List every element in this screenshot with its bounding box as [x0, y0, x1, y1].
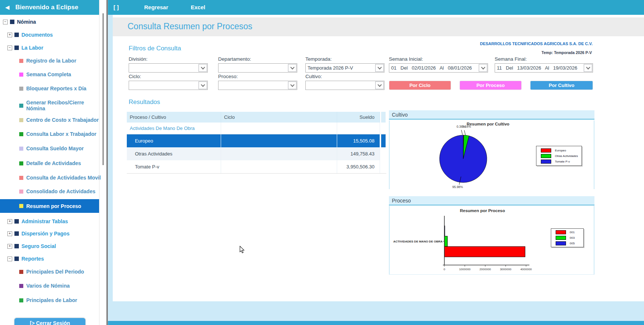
sidebar-item-label: Centro de Costo x Trabajador: [26, 117, 99, 123]
sidebar-item-principales-del-periodo[interactable]: Principales Del Periodo: [0, 268, 99, 276]
chevron-down-icon: [288, 64, 296, 72]
departamento-select[interactable]: [218, 63, 297, 73]
sidebar-item-label: Dispersión y Pagos: [21, 231, 70, 237]
pie-legend: EuropeoOtras ActividadesTomate P-v: [536, 146, 582, 166]
por-ciclo-button[interactable]: Por Ciclo: [389, 81, 451, 90]
item-bullet-icon: [19, 284, 23, 288]
sidebar-item-principales-de-labor[interactable]: Principales de Labor: [0, 296, 99, 304]
sidebar-item-seguro-social[interactable]: +Seguro Social: [0, 242, 99, 250]
window-brackets-button[interactable]: [ ]: [113, 4, 119, 10]
page-title: Consulta Resumen por Procesos: [128, 21, 252, 31]
item-bullet-icon: [19, 147, 23, 151]
sidebar-item-varios-de-n-mina[interactable]: Varios de Nómina: [0, 282, 99, 290]
temporada-caption: Temp: Temporada 2026 P-V: [444, 50, 592, 55]
cell-ciclo: [221, 123, 337, 134]
proceso-panel-title: Proceso: [392, 198, 411, 204]
chevron-down-icon: [375, 81, 384, 89]
sidebar-item-label: Administrar Tablas: [21, 218, 68, 224]
x-tick-label: 3000000: [500, 268, 512, 271]
sidebar-item-registro-de-la-labor[interactable]: Registro de la Labor: [0, 57, 99, 65]
legend-item: 005: [556, 241, 583, 245]
semana-inicial-select[interactable]: 01 Del 02/01/2026 Al 08/01/2026: [389, 63, 488, 73]
sidebar-item-bloquear-reportes-x-d-a[interactable]: Bloquear Reportes x Día: [0, 84, 99, 93]
sidebar-item-label: Consolidado de Actividades: [26, 188, 95, 194]
collapse-minus-icon[interactable]: −: [3, 20, 8, 24]
item-bullet-icon: [19, 190, 23, 194]
sidebar-item-consulta-labor-x-trabajador[interactable]: Consulta Labor x Trabajador: [0, 130, 99, 138]
table-filler: [381, 112, 386, 123]
item-bullet-icon: [19, 59, 23, 63]
folder-square-icon: [10, 20, 14, 24]
ciclo-select[interactable]: [129, 81, 208, 90]
por-proceso-button[interactable]: Por Proceso: [460, 81, 522, 90]
legend-label: Tomate P-v: [555, 160, 570, 163]
sidebar-item-documentos[interactable]: +Documentos: [0, 31, 99, 39]
sidebar-item-reportes[interactable]: −Reportes: [0, 255, 99, 263]
legend-item: 001: [556, 230, 583, 234]
expand-plus-icon[interactable]: +: [7, 33, 12, 37]
por-cultivo-button[interactable]: Por Cultivo: [530, 81, 593, 90]
sidebar: ◀ Bienvenido a Eclipse −Nómina+Documento…: [0, 0, 99, 325]
expand-plus-icon[interactable]: +: [7, 231, 12, 236]
filters-heading: Filtros de Consulta: [129, 45, 181, 52]
sidebar-item-label: Principales Del Periodo: [26, 269, 84, 275]
sidebar-item-centro-de-costo-x-trabajador[interactable]: Centro de Costo x Trabajador: [0, 116, 99, 124]
cell-sueldo: 3,950,506.30: [337, 160, 380, 173]
chevron-down-icon: [288, 81, 296, 89]
division-select[interactable]: [129, 63, 208, 73]
cell-sueldo: 149,758.43: [337, 147, 380, 160]
collapse-minus-icon[interactable]: −: [7, 257, 12, 261]
pie-percent-label: 3.64%: [462, 125, 471, 128]
sidebar-item-resumen-por-proceso[interactable]: Resumen por Proceso: [0, 199, 99, 213]
expand-plus-icon[interactable]: +: [7, 219, 12, 224]
cultivo-select[interactable]: [305, 81, 384, 90]
table-filler: [381, 160, 386, 173]
semana-final-num: 11: [497, 65, 502, 71]
semana-inicial-label: Semana Inicial:: [389, 56, 423, 62]
column-header: Sueldo: [337, 112, 380, 123]
table-row[interactable]: Europeo15,505.08: [127, 134, 386, 147]
sidebar-item-dispersi-n-y-pagos[interactable]: +Dispersión y Pagos: [0, 229, 99, 238]
table-row[interactable]: Otras Actividades149,758.43: [127, 147, 386, 160]
sidebar-item-label: Consulta Sueldo Mayor: [26, 145, 84, 151]
sidebar-item-label: Nómina: [17, 19, 36, 25]
sidebar-item-n-mina[interactable]: −Nómina: [0, 18, 99, 26]
sidebar-item-consolidado-de-actividades[interactable]: Consolidado de Actividades: [0, 187, 99, 195]
sidebar-item-semana-completa[interactable]: Semana Completa: [0, 70, 99, 78]
legend-label: 003: [570, 236, 574, 239]
sidebar-item-generar-recibos-cierre-n-mina[interactable]: Generar Recibos/Cierre Nómina: [0, 99, 99, 112]
legend-label: Otras Actividades: [555, 154, 578, 158]
temporada-select[interactable]: Temporada 2026 P-V: [305, 63, 384, 73]
sidebar-scrollbar-thumb[interactable]: [102, 13, 104, 165]
sidebar-item-detalle-de-actividades[interactable]: Detalle de Actividades: [0, 159, 99, 167]
bar-series-003: [444, 236, 447, 247]
item-bullet-icon: [19, 118, 23, 122]
table-group-row[interactable]: Actividades De Mano De Obra: [127, 123, 386, 134]
logout-button[interactable]: [> Cerrar Sesión: [14, 317, 86, 325]
sidebar-item-consulta-sueldo-mayor[interactable]: Consulta Sueldo Mayor: [0, 144, 99, 153]
expand-plus-icon[interactable]: +: [7, 244, 12, 249]
proceso-select[interactable]: [218, 81, 297, 90]
table-filler: [381, 134, 386, 147]
table-filler: [381, 123, 386, 134]
sidebar-item-consulta-de-actividades-movil[interactable]: Consulta de Actividades Movil: [0, 174, 99, 182]
item-bullet-icon: [19, 270, 23, 274]
sidebar-item-la-labor[interactable]: −La Labor: [0, 44, 99, 52]
cell-ciclo: [221, 160, 337, 173]
ciclo-label: Ciclo:: [129, 74, 141, 79]
sidebar-item-label: Detalle de Actividades: [26, 160, 81, 166]
excel-export-button[interactable]: Excel: [191, 4, 205, 10]
collapse-sidebar-icon[interactable]: ◀: [5, 4, 10, 11]
bar-series-001: [444, 247, 525, 257]
collapse-minus-icon[interactable]: −: [7, 46, 12, 50]
item-bullet-icon: [19, 176, 23, 180]
sidebar-item-administrar-tablas[interactable]: +Administrar Tablas: [0, 217, 99, 225]
folder-square-icon: [14, 33, 19, 37]
table-row[interactable]: Tomate P-v3,950,506.30: [127, 160, 386, 174]
item-bullet-icon: [19, 87, 23, 91]
back-button[interactable]: Regresar: [144, 4, 168, 10]
sidebar-item-label: Reportes: [21, 256, 44, 262]
semana-final-select[interactable]: 11 Del 13/03/2026 Al 19/03/2026: [495, 63, 593, 73]
semana-final-label: Semana Final:: [495, 56, 527, 62]
sidebar-divider: [99, 0, 99, 325]
